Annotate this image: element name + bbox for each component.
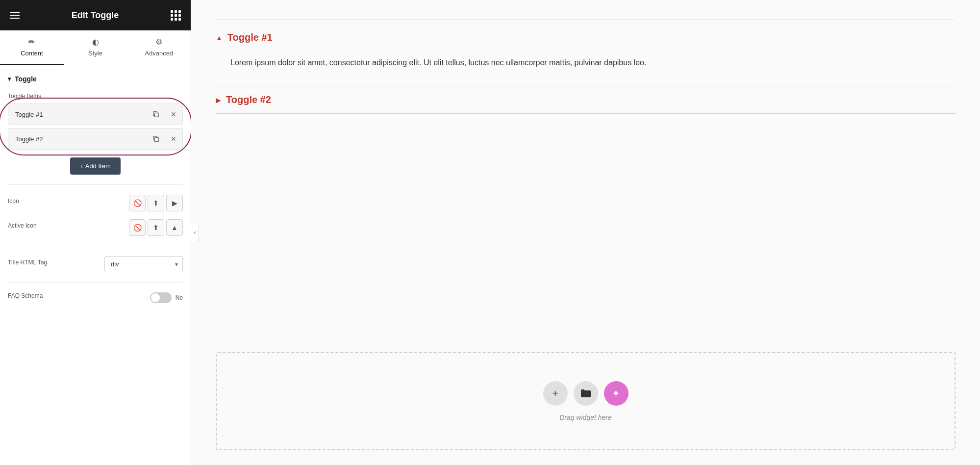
toggle-divider-top: [216, 20, 955, 20]
tab-content-label: Content: [21, 50, 43, 57]
faq-schema-toggle-wrapper: No: [150, 292, 183, 303]
tab-advanced[interactable]: ⚙ Advanced: [127, 30, 191, 65]
active-icon-clear-button[interactable]: 🚫: [129, 219, 146, 236]
title-html-tag-label: Title HTML Tag: [8, 259, 47, 266]
title-html-tag-select[interactable]: div h1 h2 h3 h4 h5 h6 span p: [104, 256, 183, 272]
drag-widget-area: + ✦ Drag widget here: [216, 352, 955, 450]
toggle-items-label: Toggle Items: [8, 93, 183, 100]
duplicate-item-2-button[interactable]: [147, 129, 165, 149]
style-tab-icon: ◐: [92, 37, 99, 47]
divider-2: [8, 246, 183, 246]
faq-schema-field-row: FAQ Schema No: [8, 292, 183, 303]
active-icon-field-row: Active Icon 🚫 ⬆ ▲: [8, 219, 183, 236]
toggle-section-title: ▾ Toggle: [8, 75, 183, 83]
tab-content[interactable]: ✏ Content: [0, 30, 64, 65]
icon-clear-button[interactable]: 🚫: [129, 195, 146, 211]
icon-upload-button[interactable]: ⬆: [148, 195, 164, 211]
section-title-text: Toggle: [15, 75, 37, 83]
sidebar-content: ▾ Toggle Toggle Items Toggle #1 ✕ Toggle…: [0, 65, 191, 465]
toggle-2-title: Toggle #2: [226, 94, 271, 105]
active-icon-label: Active Icon: [8, 222, 37, 229]
divider-1: [8, 184, 183, 185]
active-icon-controls: 🚫 ⬆ ▲: [129, 219, 183, 236]
advanced-tab-icon: ⚙: [155, 37, 162, 47]
toggle-2-row[interactable]: ▶ Toggle #2: [216, 94, 955, 105]
sparkle-widget-button[interactable]: ✦: [604, 381, 628, 406]
toggle-1-title: Toggle #1: [227, 32, 273, 43]
collapse-sidebar-handle[interactable]: ‹: [191, 223, 199, 242]
toggle-item-row-2: Toggle #2 ✕: [8, 128, 183, 150]
title-html-tag-select-wrapper: div h1 h2 h3 h4 h5 h6 span p ▾: [104, 256, 183, 272]
svg-rect-0: [154, 113, 158, 117]
add-item-button[interactable]: + Add Item: [70, 157, 121, 175]
toggle-middle-divider: [216, 86, 955, 86]
drag-widget-text: Drag widget here: [559, 413, 612, 421]
faq-schema-toggle[interactable]: [150, 292, 172, 303]
tab-advanced-label: Advanced: [145, 50, 173, 57]
toggle-item-row-1: Toggle #1 ✕: [8, 103, 183, 125]
divider-3: [8, 282, 183, 283]
faq-schema-label: FAQ Schema: [8, 292, 43, 299]
main-content: ▲ Toggle #1 Lorem ipsum dolor sit amet, …: [191, 0, 980, 465]
toggle-divider-bottom: [216, 113, 955, 114]
icon-expand-button[interactable]: ▶: [166, 195, 183, 211]
tabs-bar: ✏ Content ◐ Style ⚙ Advanced: [0, 30, 191, 65]
add-widget-button[interactable]: +: [543, 381, 568, 406]
toggle-2-chevron-icon: ▶: [216, 96, 221, 104]
icon-controls: 🚫 ⬆ ▶: [129, 195, 183, 211]
section-arrow-icon: ▾: [8, 76, 11, 82]
faq-schema-value: No: [176, 294, 183, 301]
icon-field-row: Icon 🚫 ⬆ ▶: [8, 195, 183, 211]
svg-rect-1: [154, 137, 158, 141]
title-html-tag-field-row: Title HTML Tag div h1 h2 h3 h4 h5 h6 spa…: [8, 256, 183, 272]
active-icon-expand-button[interactable]: ▲: [166, 219, 183, 236]
folder-widget-button[interactable]: [574, 381, 598, 406]
sidebar-header: Edit Toggle: [0, 0, 191, 30]
sidebar: Edit Toggle ✏ Content ◐ Style ⚙ Advanced…: [0, 0, 191, 465]
toggle-widget: ▲ Toggle #1 Lorem ipsum dolor sit amet, …: [216, 20, 955, 114]
apps-grid-icon[interactable]: [171, 10, 181, 21]
content-tab-icon: ✏: [28, 37, 35, 47]
toggle-1-content: Lorem ipsum dolor sit amet, consectetur …: [216, 51, 955, 81]
active-icon-upload-button[interactable]: ⬆: [148, 219, 164, 236]
sidebar-title: Edit Toggle: [72, 10, 119, 21]
toggle-1-row[interactable]: ▲ Toggle #1: [216, 32, 955, 43]
tab-style-label: Style: [88, 50, 102, 57]
delete-item-2-button[interactable]: ✕: [165, 129, 182, 149]
icon-label: Icon: [8, 198, 19, 205]
toggle-items-container: Toggle #1 ✕ Toggle #2 ✕: [8, 103, 183, 150]
delete-item-1-button[interactable]: ✕: [165, 104, 182, 125]
tab-style[interactable]: ◐ Style: [64, 30, 127, 65]
content-area: ▲ Toggle #1 Lorem ipsum dolor sit amet, …: [191, 0, 980, 337]
hamburger-menu-icon[interactable]: [10, 12, 20, 19]
toggle-1-chevron-icon: ▲: [216, 34, 223, 42]
drag-widget-buttons: + ✦: [543, 381, 628, 406]
duplicate-item-1-button[interactable]: [147, 104, 165, 125]
toggle-item-label-2: Toggle #2: [8, 129, 147, 149]
toggle-item-label-1: Toggle #1: [8, 105, 147, 124]
